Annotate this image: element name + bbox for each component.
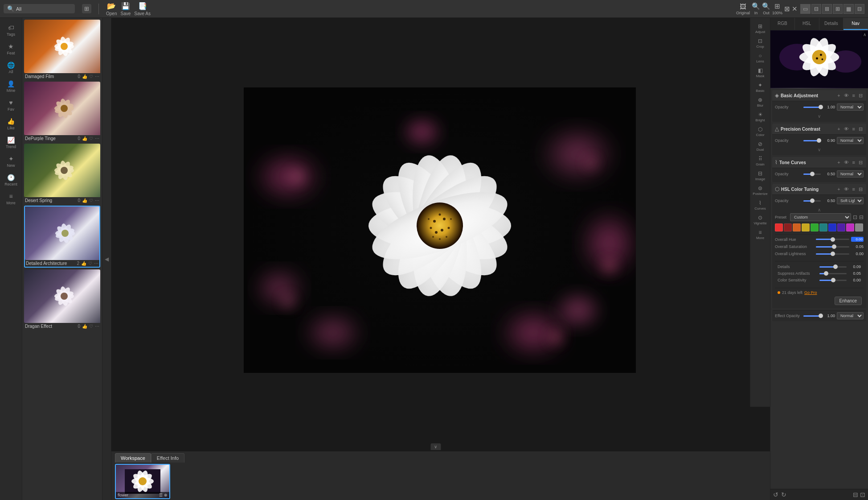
swatch-gray[interactable] [855,223,863,231]
tone-curves-blend-select[interactable]: Normal [837,170,864,178]
left-panel-collapse[interactable]: ◀ [102,18,111,500]
open-button[interactable]: 📂 Open [106,2,117,16]
zoom-100-button[interactable]: ⊞ 100% [772,2,782,15]
search-input[interactable] [16,6,61,12]
tab-details[interactable]: Details [819,18,844,30]
side-by-side-button[interactable]: ⊞ [822,4,832,14]
swatch-magenta[interactable] [846,223,854,231]
close-button[interactable]: ✕ [792,5,798,13]
swatch-blue[interactable] [828,223,836,231]
tool-mask[interactable]: ◧ Mask [751,66,770,80]
hsl-preset-select[interactable]: Custom [790,213,851,221]
swatch-yellow[interactable] [802,223,810,231]
tool-posterize[interactable]: ⊜ Posterize [751,183,770,198]
nav-item-new[interactable]: ✦ New [0,153,22,170]
tool-vignette[interactable]: ⊙ Vignette [751,213,770,227]
hsl-preset-load[interactable]: ⊟ [859,214,864,220]
basic-add-button[interactable]: + [836,93,841,98]
collapse-button[interactable]: ∨ [430,443,441,450]
precision-menu-button[interactable]: ≡ [852,126,856,132]
swatch-teal[interactable] [819,223,827,231]
details-slider[interactable] [819,264,847,269]
tab-effect-info[interactable]: Effect Info [151,453,184,463]
zoom-out-button[interactable]: 🔍 Out [762,2,770,15]
basic-blend-select[interactable]: Normal [837,103,864,111]
preset-item-dragan-effect[interactable]: Dragan Effect 0 👍 ♡ ⋯ [24,269,100,330]
split-view-button[interactable]: ⊟ [811,4,821,14]
tab-rgb[interactable]: RGB [770,18,795,30]
tone-curves-opacity-slider[interactable] [803,174,821,175]
redo-button[interactable]: ↻ [781,491,786,498]
tool-more[interactable]: ≡ More [751,227,770,242]
filmstrip-item-flower[interactable]: flower ☰ ⊗ [115,464,170,499]
original-view-button[interactable]: 🖼 Original [736,3,750,15]
precision-add-button[interactable]: + [836,126,841,132]
preset-item-damaged-film[interactable]: Damaged Film 0 👍 ♡ ⋯ [24,20,100,80]
nav-item-more[interactable]: ≡ More [0,190,22,208]
hsl-menu-button[interactable]: ≡ [852,186,856,192]
basic-expand-button[interactable]: ⊟ [858,93,864,99]
overall-hue-slider[interactable] [816,237,849,242]
enhance-button[interactable]: Enhance [835,297,862,305]
precision-eye-button[interactable]: 👁 [843,126,850,132]
tab-hsl[interactable]: HSL [795,18,819,30]
nav-item-mine[interactable]: 👤 Mine [0,78,22,95]
menu-icon-desert[interactable]: ⋯ [95,198,99,203]
nav-item-recent[interactable]: 🕐 Recent [0,171,22,189]
tab-nav[interactable]: Nav [843,18,868,30]
menu-icon-dragan[interactable]: ⋯ [95,324,99,329]
swatch-dark-red[interactable] [784,223,792,231]
go-pro-link[interactable]: Go Pro [804,290,817,295]
preset-item-detailed-architecture[interactable]: Detailed Architecture 2 👍 ♡ ⋯ [24,206,100,268]
menu-icon-damaged[interactable]: ⋯ [95,74,99,79]
precision-expand-button[interactable]: ⊟ [858,126,864,132]
zoom-in-button[interactable]: 🔍 In [752,2,760,15]
tone-curves-add-button[interactable]: + [836,160,841,165]
tab-workspace[interactable]: Workspace [115,453,151,463]
basic-collapse-btn[interactable]: ∨ [818,114,821,119]
settings-button[interactable]: ⊟ [855,4,864,14]
tool-adjust[interactable]: ⊞ Adjust [751,21,770,36]
swatch-orange[interactable] [793,223,801,231]
precision-blend-select[interactable]: Normal [837,137,864,144]
overall-saturation-slider[interactable] [816,244,849,249]
hsl-expand-button[interactable]: ⊟ [858,186,864,192]
nav-item-like[interactable]: 👍 Like [0,115,22,133]
basic-eye-button[interactable]: 👁 [843,93,850,98]
filmstrip-close-icon[interactable]: ⊗ [164,493,168,497]
tool-bright[interactable]: ☀ Bright [751,110,770,124]
tool-color[interactable]: ⬡ Color [751,124,770,139]
nav-item-tags[interactable]: 🏷 Tags [0,21,22,39]
nav-item-all[interactable]: 🌐 All [0,59,22,77]
hsl-blend-select[interactable]: Soft Light [837,197,864,204]
menu-icon-detailed[interactable]: ⋯ [94,261,98,266]
effect-opacity-blend-select[interactable]: Normal [837,312,864,319]
save-button[interactable]: 💾 Save [120,2,131,16]
hsl-eye-button[interactable]: 👁 [843,186,850,192]
hsl-preset-save[interactable]: ⊡ [853,214,857,220]
fit-button[interactable]: ⊠ [784,5,790,13]
basic-opacity-slider[interactable] [803,107,821,108]
suppress-artifacts-slider[interactable] [819,271,847,276]
tool-grain[interactable]: ⠿ Grain [751,154,770,168]
menu-icon-depurple[interactable]: ⋯ [95,136,99,141]
nav-item-feat[interactable]: ★ Feat [0,40,22,58]
tool-crop[interactable]: ⊡ Crop [751,36,770,50]
swatch-purple[interactable] [837,223,845,231]
preset-item-desert-spring[interactable]: Desert Spring 0 👍 ♡ ⋯ [24,144,100,204]
single-view-button[interactable]: ▭ [800,4,811,14]
hsl-opacity-slider[interactable] [803,200,821,202]
color-sensitivity-slider[interactable] [819,278,847,282]
swatch-red[interactable] [775,223,783,231]
precision-opacity-slider[interactable] [803,140,821,141]
basic-menu-button[interactable]: ≡ [852,93,856,98]
nav-item-fav[interactable]: ♥ Fav [0,96,22,114]
tone-curves-expand-button[interactable]: ⊟ [858,160,864,165]
hsl-add-button[interactable]: + [836,186,841,192]
preset-item-depurple[interactable]: DePurple Tinge 0 👍 ♡ ⋯ [24,82,100,142]
search-box[interactable]: 🔍 [4,4,75,13]
effect-opacity-slider[interactable] [803,315,821,317]
save-as-button[interactable]: 📑 Save As [134,2,151,16]
nav-preview-collapse[interactable]: ∧ [862,31,867,38]
share-button[interactable]: ⊡ [860,491,865,498]
